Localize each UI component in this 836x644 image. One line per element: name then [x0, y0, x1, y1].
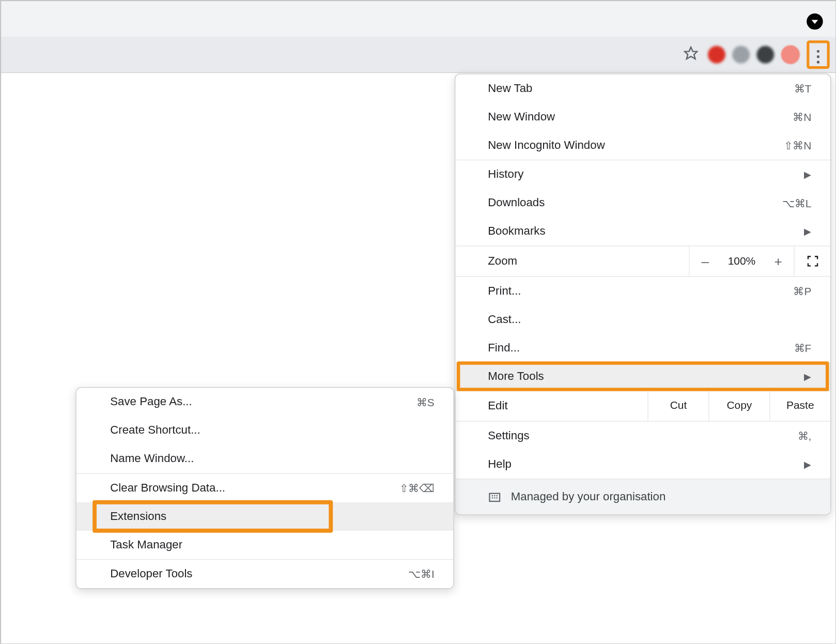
triangle-down-icon — [811, 18, 819, 26]
svg-marker-0 — [812, 20, 818, 24]
kebab-icon — [817, 45, 819, 63]
extension-icon-1[interactable] — [708, 45, 725, 63]
menu-edit-row: Edit Cut Copy Paste — [455, 391, 830, 422]
menu-print[interactable]: Print... ⌘P — [455, 277, 830, 305]
menu-label: Help — [488, 457, 512, 471]
menu-label: New Incognito Window — [488, 139, 605, 152]
edit-cut-button[interactable]: Cut — [647, 391, 708, 421]
menu-shortcut: ⇧⌘⌫ — [399, 482, 435, 495]
menu-downloads[interactable]: Downloads ⌥⌘L — [455, 189, 830, 217]
submenu-save-page[interactable]: Save Page As... ⌘S — [76, 388, 454, 416]
menu-more-tools[interactable]: More Tools ▶ — [455, 362, 830, 391]
menu-label: Settings — [488, 429, 529, 442]
menu-label: Find... — [488, 341, 520, 355]
menu-label: Developer Tools — [110, 567, 192, 580]
menu-bookmarks[interactable]: Bookmarks ▶ — [455, 217, 830, 246]
chevron-right-icon: ▶ — [804, 226, 811, 237]
menu-label: Extensions — [110, 510, 166, 523]
chevron-right-icon: ▶ — [804, 371, 811, 382]
menu-label: Create Shortcut... — [110, 424, 200, 437]
chevron-right-icon: ▶ — [804, 459, 811, 470]
menu-label: New Window — [488, 110, 555, 124]
menu-shortcut: ⌘N — [793, 111, 811, 124]
menu-label: Clear Browsing Data... — [110, 481, 225, 495]
menu-label: Edit — [455, 391, 647, 421]
fullscreen-button[interactable] — [794, 247, 830, 277]
tab-strip — [1, 1, 836, 36]
menu-history[interactable]: History ▶ — [455, 160, 830, 189]
menu-label: History — [488, 168, 523, 181]
menu-shortcut: ⌘S — [416, 395, 435, 408]
menu-find[interactable]: Find... ⌘F — [455, 334, 830, 362]
menu-shortcut: ⌥⌘L — [782, 196, 811, 209]
chrome-menu-button[interactable] — [807, 40, 830, 69]
extension-icon-3[interactable] — [756, 45, 774, 63]
tab-overflow-button[interactable] — [807, 13, 823, 29]
zoom-in-button[interactable]: + — [763, 253, 794, 269]
menu-new-incognito[interactable]: New Incognito Window ⇧⌘N — [455, 131, 830, 160]
profile-avatar[interactable] — [781, 45, 800, 64]
menu-label: Print... — [488, 284, 521, 298]
menu-shortcut: ⌥⌘I — [408, 568, 434, 580]
edit-paste-button[interactable]: Paste — [769, 391, 830, 421]
submenu-name-window[interactable]: Name Window... — [76, 444, 454, 473]
menu-label: Cast... — [488, 313, 521, 326]
menu-label: Managed by your organisation — [511, 490, 666, 503]
chrome-main-menu: New Tab ⌘T New Window ⌘N New Incognito W… — [455, 73, 831, 515]
menu-new-tab[interactable]: New Tab ⌘T — [455, 74, 830, 103]
menu-shortcut: ⌘T — [794, 82, 812, 95]
submenu-extensions[interactable]: Extensions — [76, 502, 454, 531]
menu-cast[interactable]: Cast... — [455, 305, 830, 334]
menu-label: Zoom — [455, 247, 689, 277]
zoom-out-button[interactable]: – — [690, 253, 721, 269]
svg-marker-1 — [685, 47, 697, 59]
browser-toolbar — [1, 36, 836, 73]
edit-copy-button[interactable]: Copy — [708, 391, 769, 421]
menu-shortcut: ⌘P — [793, 285, 811, 298]
menu-new-window[interactable]: New Window ⌘N — [455, 103, 830, 131]
zoom-value: 100% — [721, 255, 763, 268]
building-icon — [488, 490, 501, 503]
menu-label: Downloads — [488, 196, 545, 210]
star-icon[interactable] — [684, 45, 699, 63]
submenu-task-manager[interactable]: Task Manager — [76, 531, 454, 559]
menu-shortcut: ⇧⌘N — [784, 139, 811, 152]
menu-label: More Tools — [488, 370, 544, 383]
menu-zoom-row: Zoom – 100% + — [455, 246, 830, 277]
submenu-create-shortcut[interactable]: Create Shortcut... — [76, 416, 454, 444]
menu-label: Task Manager — [110, 538, 182, 551]
chevron-right-icon: ▶ — [804, 169, 811, 180]
menu-help[interactable]: Help ▶ — [455, 450, 830, 479]
fullscreen-icon — [807, 256, 818, 267]
menu-settings[interactable]: Settings ⌘, — [455, 422, 830, 450]
menu-label: Save Page As... — [110, 395, 192, 409]
menu-label: New Tab — [488, 82, 532, 95]
menu-label: Bookmarks — [488, 225, 545, 238]
more-tools-submenu: Save Page As... ⌘S Create Shortcut... Na… — [75, 387, 454, 589]
submenu-developer-tools[interactable]: Developer Tools ⌥⌘I — [76, 560, 454, 588]
extension-icon-2[interactable] — [732, 45, 750, 63]
menu-managed-footer[interactable]: Managed by your organisation — [455, 479, 830, 514]
menu-shortcut: ⌘, — [798, 430, 812, 442]
submenu-clear-browsing[interactable]: Clear Browsing Data... ⇧⌘⌫ — [76, 474, 454, 502]
menu-label: Name Window... — [110, 452, 194, 466]
menu-shortcut: ⌘F — [794, 342, 812, 355]
